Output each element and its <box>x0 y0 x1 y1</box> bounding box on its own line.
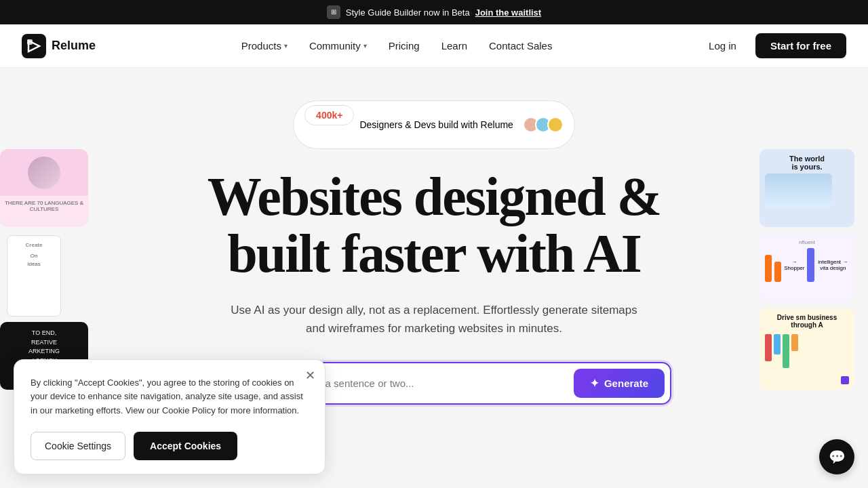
cookie-banner: ✕ By clicking "Accept Cookies", you agre… <box>14 359 326 474</box>
nav-links: Products ▾ Community ▾ Pricing Learn Con… <box>232 35 562 57</box>
avatar-3 <box>547 117 564 133</box>
left-card-top: THERE ARE 70 LANGUAGES & CULTURES <box>0 149 88 227</box>
navbar: Relume Products ▾ Community ▾ Pricing Le… <box>0 24 868 68</box>
accent-dot <box>841 376 849 384</box>
badge-count: 400k+ <box>304 105 354 125</box>
nav-community[interactable]: Community ▾ <box>300 35 376 57</box>
hero-badge: 400k+ Designers & Devs build with Relume <box>293 100 575 149</box>
right-decorative-cards: The worldis yours. nfluent → Shopper int… <box>760 149 868 390</box>
hero-avatars <box>523 117 564 133</box>
chevron-down-icon: ▾ <box>363 42 367 49</box>
top-banner: ⊞ Style Guide Builder now in Beta Join t… <box>0 0 868 24</box>
right-card-btm: Drive sm business through A <box>760 308 854 390</box>
cookie-close-button[interactable]: ✕ <box>305 369 315 382</box>
hero-headline: Websites designed & built faster with AI <box>129 168 739 282</box>
waitlist-link[interactable]: Join the waitlist <box>475 7 542 18</box>
cookie-settings-button[interactable]: Cookie Settings <box>31 432 125 460</box>
banner-text: Style Guide Builder now in Beta <box>346 7 470 18</box>
generate-button[interactable]: ✦ Generate <box>574 369 665 398</box>
chevron-down-icon: ▾ <box>284 42 288 49</box>
svg-rect-2 <box>27 39 33 45</box>
login-button[interactable]: Log in <box>698 35 747 57</box>
left-card-bottom: Create OnIdeas <box>7 235 61 317</box>
sparkle-icon: ✦ <box>590 377 599 390</box>
banner-icon: ⊞ <box>327 5 340 19</box>
right-card-top: The worldis yours. <box>760 149 854 227</box>
start-for-free-button[interactable]: Start for free <box>755 33 846 58</box>
nav-pricing[interactable]: Pricing <box>379 35 429 57</box>
left-decorative-cards: THERE ARE 70 LANGUAGES & CULTURES Create… <box>0 149 102 390</box>
chat-icon: 💬 <box>829 449 846 465</box>
hero-subheading: Use AI as your design ally, not as a rep… <box>231 301 637 338</box>
nav-learn[interactable]: Learn <box>432 35 477 57</box>
relume-logo-icon <box>22 34 46 58</box>
cookie-accept-button[interactable]: Accept Cookies <box>134 432 237 460</box>
nav-logo[interactable]: Relume <box>22 34 96 58</box>
svg-rect-0 <box>22 34 46 58</box>
nav-contact[interactable]: Contact Sales <box>479 35 561 57</box>
logo-text: Relume <box>52 39 96 53</box>
cookie-buttons: Cookie Settings Accept Cookies <box>31 432 309 460</box>
nav-right: Log in Start for free <box>698 33 846 58</box>
right-card-mid: nfluent → Shopper intelligent → vita des… <box>760 234 854 302</box>
badge-text: Designers & Devs build with Relume <box>359 119 513 130</box>
chat-button[interactable]: 💬 <box>819 439 854 474</box>
cookie-text: By clicking "Accept Cookies", you agree … <box>31 376 309 418</box>
nav-products[interactable]: Products ▾ <box>232 35 297 57</box>
